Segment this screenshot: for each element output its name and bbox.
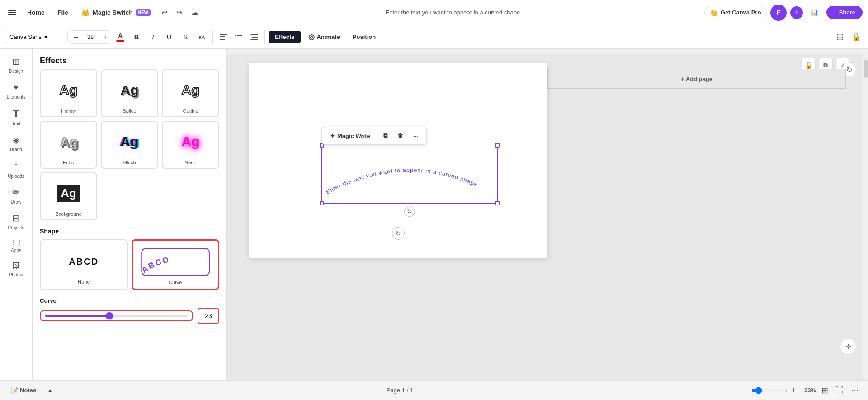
home-button[interactable]: Home — [23, 6, 49, 19]
shape-curve-label: Curve — [169, 280, 182, 285]
effect-neon-card[interactable]: Ag Neon — [162, 121, 219, 169]
effect-echo-card[interactable]: Ag Echo — [40, 121, 97, 169]
add-team-button[interactable]: + — [790, 6, 803, 19]
chevron-down-icon: ▾ — [44, 33, 47, 40]
magic-switch-label: Magic Switch — [93, 9, 133, 16]
sidebar-item-projects[interactable]: ⊟ Projects — [2, 209, 31, 234]
shape-section-title: Shape — [40, 228, 219, 235]
copy-element-button[interactable]: ⧉ — [380, 130, 391, 142]
canvas-area: 🔒 ⧉ ↗ ↻ ✦ Magic Write ⧉ � — [227, 49, 868, 380]
draw-icon: ✏ — [12, 187, 20, 198]
more-element-button[interactable]: ··· — [410, 130, 422, 142]
animate-button[interactable]: ◎ Animate — [303, 30, 345, 44]
curve-section: Curve 23 — [40, 297, 219, 324]
get-pro-label: Get Canva Pro — [721, 9, 761, 16]
shape-curve-card[interactable]: ABCD Curve — [132, 239, 220, 290]
svg-rect-2 — [220, 38, 227, 38]
curve-slider-track[interactable] — [45, 315, 188, 317]
sidebar-item-photos[interactable]: 🖼 Photos — [2, 257, 31, 281]
curve-slider-thumb[interactable] — [106, 312, 113, 319]
effects-button[interactable]: Effects — [269, 31, 301, 43]
effect-background-card[interactable]: Ag Background — [40, 172, 97, 220]
font-size-decrease-button[interactable]: – — [70, 31, 81, 43]
italic-button[interactable]: I — [146, 30, 160, 44]
curve-adjust-icon[interactable]: ↻ — [392, 227, 405, 240]
font-family-selector[interactable]: Canva Sans ▾ — [5, 31, 68, 43]
curve-control: 23 — [40, 308, 219, 324]
sidebar-item-draw[interactable]: ✏ Draw — [2, 183, 31, 208]
magic-write-button[interactable]: ✦ Magic Write — [326, 130, 374, 142]
fullscreen-button[interactable]: ⛶ — [834, 384, 845, 397]
add-page-area: + Add page — [547, 69, 846, 89]
grid-dots-icon — [836, 33, 844, 41]
redo-button[interactable]: ↪ — [174, 5, 185, 19]
handle-top-right[interactable] — [495, 143, 500, 148]
add-page-button[interactable]: + Add page — [547, 69, 846, 89]
color-indicator — [116, 40, 124, 42]
cloud-save-button[interactable]: ☁ — [189, 5, 201, 19]
share-button[interactable]: ↑ Share — [826, 6, 863, 19]
get-pro-button[interactable]: 👑 Get Canva Pro — [704, 6, 767, 19]
analytics-button[interactable]: 📊 — [807, 6, 823, 19]
font-color-button[interactable]: A — [113, 30, 127, 44]
svg-point-19 — [837, 38, 839, 40]
animate-icon: ◎ — [308, 33, 315, 41]
document-title-input[interactable] — [367, 9, 538, 16]
strikethrough-button[interactable]: S — [178, 30, 193, 44]
effect-glitch-card[interactable]: Ag Glitch — [101, 121, 158, 169]
crown-icon: 👑 — [81, 8, 90, 17]
position-button[interactable]: Position — [347, 31, 381, 43]
sidebar-item-apps[interactable]: ⋮⋮ Apps — [2, 235, 31, 257]
effect-splice-card[interactable]: Ag Splice — [101, 69, 158, 117]
sidebar-item-text[interactable]: T Text — [2, 104, 31, 130]
grid-dots-button[interactable] — [833, 30, 847, 44]
canvas-scroll-area[interactable]: ✦ Magic Write ⧉ 🗑 ··· — [227, 49, 868, 380]
handle-bottom-left[interactable] — [320, 201, 324, 205]
notes-button[interactable]: 📝 Notes — [7, 385, 40, 395]
grid-view-button[interactable]: ⊞ — [820, 384, 830, 397]
zoom-slider[interactable] — [751, 387, 788, 394]
delete-element-button[interactable]: 🗑 — [394, 130, 407, 142]
canvas-page: ✦ Magic Write ⧉ 🗑 ··· — [249, 63, 547, 258]
shape-none-card[interactable]: ABCD None — [40, 239, 128, 290]
avatar-button[interactable]: F — [770, 5, 787, 21]
more-view-button[interactable]: ⋯ — [849, 384, 861, 397]
curved-text-element[interactable]: Enter the text you want to appear in a c… — [321, 145, 498, 204]
case-button[interactable]: aA — [194, 30, 209, 44]
sidebar-item-elements[interactable]: ✦ Elements — [2, 78, 31, 103]
scroll-thumb[interactable] — [864, 60, 868, 78]
effect-echo-label: Echo — [63, 160, 74, 165]
elements-icon: ✦ — [12, 82, 20, 93]
sidebar-item-uploads[interactable]: ↑ Uploads — [2, 157, 31, 182]
effect-hollow-card[interactable]: Ag Hollow — [40, 69, 97, 117]
underline-button[interactable]: U — [162, 30, 176, 44]
magic-switch-button[interactable]: 👑 Magic Switch NEW — [76, 5, 155, 19]
sidebar-item-design[interactable]: ⊞ Design — [2, 52, 31, 77]
sidebar-item-brand[interactable]: ◈ Brand — [2, 131, 31, 156]
font-size-input[interactable] — [82, 33, 99, 40]
svg-rect-8 — [252, 34, 258, 35]
file-button[interactable]: File — [53, 6, 73, 19]
line-spacing-icon — [250, 34, 258, 40]
align-left-button[interactable] — [217, 30, 230, 44]
effect-outline-card[interactable]: Ag Outline — [162, 69, 219, 117]
undo-button[interactable]: ↩ — [159, 5, 170, 19]
rotate-handle[interactable]: ↻ — [404, 206, 415, 217]
bullet-list-icon — [235, 34, 242, 40]
bullet-list-button[interactable] — [232, 30, 245, 44]
zoom-level-label: 33% — [800, 387, 816, 394]
lock-button[interactable]: 🔒 — [849, 30, 863, 44]
collapse-button[interactable]: ▲ — [43, 385, 57, 395]
handle-bottom-right[interactable] — [495, 201, 500, 205]
font-size-increase-button[interactable]: + — [99, 31, 111, 43]
photos-icon: 🖼 — [12, 261, 20, 271]
effects-panel-scroll[interactable]: Ag Hollow Ag Splice Ag Outline — [33, 69, 226, 380]
curve-value-input[interactable]: 23 — [198, 308, 219, 324]
menu-button[interactable] — [5, 7, 19, 18]
svg-point-21 — [842, 38, 843, 40]
line-spacing-button[interactable] — [247, 30, 261, 44]
shape-section: Shape ABCD None — [40, 228, 219, 290]
scroll-track[interactable] — [863, 49, 868, 380]
bold-button[interactable]: B — [129, 30, 144, 44]
canvas-compass-button[interactable]: ✛ — [840, 338, 856, 355]
